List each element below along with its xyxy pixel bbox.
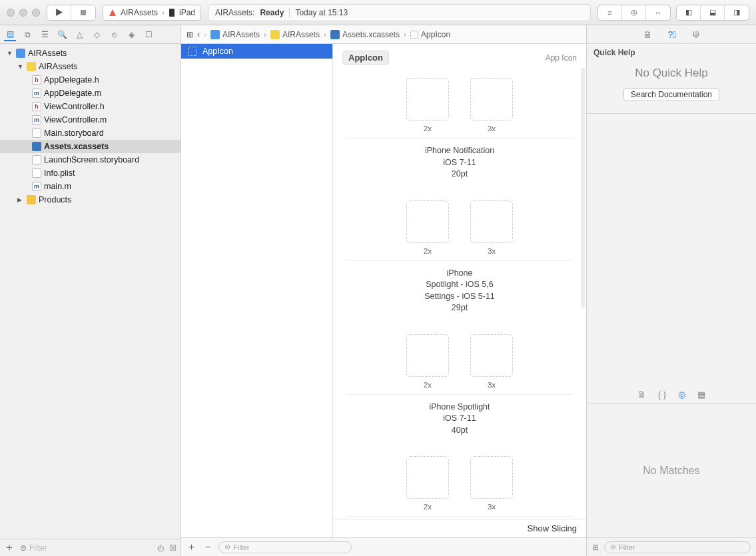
project-tree[interactable]: ▼ AIRAssets ▼ AIRAssets hAppDelegate.h m… <box>0 44 181 539</box>
image-well[interactable]: 2x <box>406 456 449 511</box>
back-button[interactable]: ‹ <box>197 30 200 39</box>
canvas-scroll[interactable]: 2x3xiPhone NotificationiOS 7-1120pt2x3xi… <box>333 69 586 519</box>
toggle-debug-button[interactable]: ⬓ <box>701 5 725 20</box>
image-well-box[interactable] <box>406 334 449 377</box>
attributes-inspector-tab[interactable]: ⟱ <box>692 29 700 40</box>
image-well[interactable]: 3x <box>470 200 513 255</box>
tree-file[interactable]: Info.plist <box>0 166 181 180</box>
stop-button[interactable] <box>71 5 95 20</box>
icon-group: 2x3xiPhone SpotlightiOS 7-1140pt <box>346 329 573 451</box>
image-well-box[interactable] <box>406 78 449 121</box>
tree-file[interactable]: hAppDelegate.h <box>0 73 181 87</box>
image-well[interactable]: 2x <box>406 78 449 133</box>
tree-file-selected[interactable]: Assets.xcassets <box>0 140 181 153</box>
debug-navigator-tab[interactable]: ⎋ <box>108 29 120 41</box>
tree-group-products[interactable]: ▶ Products <box>0 193 181 206</box>
image-well[interactable]: 3x <box>470 334 513 389</box>
toggle-navigator-button[interactable]: ◧ <box>677 5 701 20</box>
search-documentation-button[interactable]: Search Documentation <box>623 88 719 101</box>
file-inspector-tab[interactable]: 🗎 <box>643 29 652 40</box>
jump-bar: ⊞ ‹ › AIRAssets › AIRAssets › Assets.xca… <box>181 25 586 44</box>
image-well[interactable]: 2x <box>406 200 449 255</box>
icon-group: 2x3xiPhone NotificationiOS 7-1120pt <box>346 73 573 195</box>
grid-view-icon[interactable]: ⊞ <box>592 543 599 552</box>
related-items-icon[interactable]: ⊞ <box>187 30 193 39</box>
image-well[interactable]: 3x <box>470 78 513 133</box>
breadcrumb[interactable]: AppIcon <box>410 30 450 39</box>
image-well-box[interactable] <box>470 200 513 243</box>
breadcrumb[interactable]: AIRAssets <box>270 30 320 39</box>
minimize-window-icon[interactable] <box>19 9 27 17</box>
find-navigator-tab[interactable]: 🔍 <box>56 29 68 41</box>
scrollbar[interactable] <box>581 68 585 308</box>
asset-filter-input[interactable]: ⊜ Filter <box>218 541 352 553</box>
impl-file-icon: m <box>32 115 41 125</box>
inspector-spacer <box>587 113 756 386</box>
image-well-box[interactable] <box>406 200 449 243</box>
image-well-box[interactable] <box>406 456 449 499</box>
tree-file[interactable]: mAppDelegate.m <box>0 87 181 100</box>
show-slicing-button[interactable]: Show Slicing <box>528 523 577 533</box>
scheme-selector[interactable]: AIRAssets › iPad <box>103 5 201 21</box>
disclosure-triangle-icon[interactable]: ▶ <box>17 196 24 203</box>
asset-item-selected[interactable]: AppIcon <box>181 44 332 59</box>
navigator-footer: ＋ ⊜ Filter ◴ ☒ <box>0 539 181 556</box>
chevron-right-icon: › <box>264 30 266 39</box>
quick-help-tab[interactable]: ?⃝ <box>668 29 677 40</box>
library-filter-input[interactable]: ⊜ Filter <box>604 541 751 553</box>
library-body: No Matches <box>587 404 756 537</box>
image-well[interactable]: 2x <box>406 334 449 389</box>
source-control-tab[interactable]: ⧉ <box>21 29 33 41</box>
project-icon <box>210 30 220 39</box>
symbol-navigator-tab[interactable]: ☰ <box>39 29 51 41</box>
tree-file[interactable]: hViewController.h <box>0 100 181 113</box>
close-window-icon[interactable] <box>7 9 15 17</box>
disclosure-triangle-icon[interactable]: ▼ <box>17 63 24 70</box>
image-well-scale-label: 3x <box>470 247 513 255</box>
image-well-box[interactable] <box>470 456 513 499</box>
tree-file[interactable]: LaunchScreen.storyboard <box>0 153 181 166</box>
breadcrumb[interactable]: Assets.xcassets <box>330 30 400 39</box>
tree-group[interactable]: ▼ AIRAssets <box>0 60 181 73</box>
remove-asset-button[interactable]: － <box>203 541 213 553</box>
project-navigator-tab[interactable]: ▤ <box>4 29 16 41</box>
image-well[interactable]: 3x <box>470 456 513 511</box>
assistant-editor-button[interactable]: ◎ <box>622 5 646 20</box>
recent-filter-icon[interactable]: ◴ <box>157 543 164 553</box>
breadcrumb[interactable]: AIRAssets <box>210 30 260 39</box>
tree-file[interactable]: mmain.m <box>0 180 181 193</box>
add-button[interactable]: ＋ <box>4 541 15 555</box>
tree-root[interactable]: ▼ AIRAssets <box>0 47 181 60</box>
toggle-inspector-button[interactable]: ◨ <box>725 5 749 20</box>
image-well-box[interactable] <box>470 334 513 377</box>
zoom-window-icon[interactable] <box>32 9 40 17</box>
asset-outline[interactable]: AppIcon <box>181 44 333 537</box>
disclosure-triangle-icon[interactable]: ▼ <box>7 50 13 57</box>
image-well-scale-label: 2x <box>406 381 449 389</box>
media-library-tab[interactable]: ▦ <box>697 390 705 400</box>
navigator-filter[interactable]: ⊜ Filter <box>20 543 152 553</box>
appicon-icon <box>410 31 418 39</box>
tree-label: ViewController.h <box>44 102 105 111</box>
add-asset-button[interactable]: ＋ <box>187 541 196 553</box>
file-template-library-tab[interactable]: 🗎 <box>637 390 646 400</box>
tree-file[interactable]: Main.storyboard <box>0 127 181 140</box>
tree-file[interactable]: mViewController.m <box>0 113 181 127</box>
code-snippet-library-tab[interactable]: { } <box>658 390 666 400</box>
image-well-box[interactable] <box>470 78 513 121</box>
version-editor-button[interactable]: ↔ <box>646 5 670 20</box>
forward-button[interactable]: › <box>204 30 206 39</box>
svg-rect-3 <box>169 9 175 17</box>
folder-icon <box>27 62 36 71</box>
scm-filter-icon[interactable]: ☒ <box>169 543 177 553</box>
issue-navigator-tab[interactable]: △ <box>73 29 85 41</box>
standard-editor-button[interactable]: ≡ <box>598 5 622 20</box>
run-button[interactable] <box>47 5 71 20</box>
icon-group-description: iPhoneSpotlight - iOS 5,6Settings - iOS … <box>346 260 573 318</box>
object-library-tab[interactable]: ◎ <box>678 390 685 400</box>
image-well-scale-label: 2x <box>406 125 449 133</box>
test-navigator-tab[interactable]: ◇ <box>91 29 103 41</box>
report-navigator-tab[interactable]: ☐ <box>143 29 155 41</box>
project-icon <box>16 49 25 58</box>
breakpoint-navigator-tab[interactable]: ◈ <box>125 29 137 41</box>
